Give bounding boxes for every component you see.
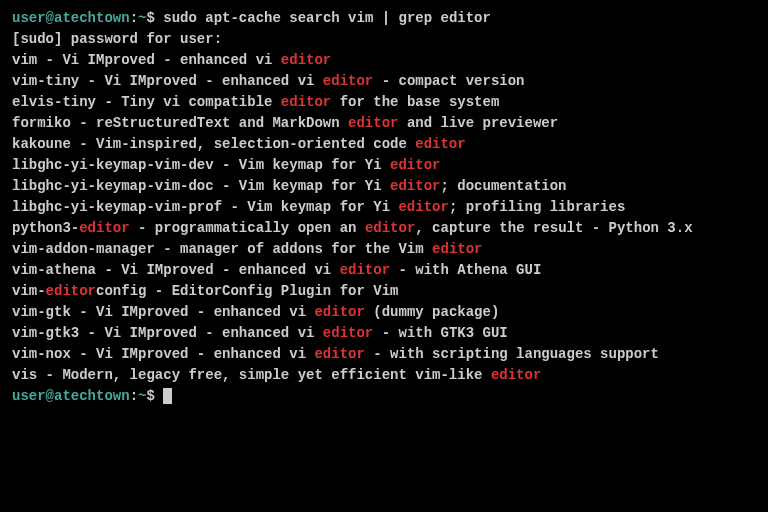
output-lines: vim - Vi IMproved - enhanced vi editorvi…	[12, 50, 756, 386]
prompt-user: user@atechtown	[12, 10, 130, 26]
prompt-user: user@atechtown	[12, 388, 130, 404]
cursor-icon	[163, 388, 172, 404]
output-line: vim-athena - Vi IMproved - enhanced vi e…	[12, 260, 756, 281]
prompt-sep: :	[130, 388, 138, 404]
output-line: vim - Vi IMproved - enhanced vi editor	[12, 50, 756, 71]
output-line: libghc-yi-keymap-vim-doc - Vim keymap fo…	[12, 176, 756, 197]
output-line: libghc-yi-keymap-vim-dev - Vim keymap fo…	[12, 155, 756, 176]
command-text: sudo apt-cache search vim | grep editor	[163, 10, 491, 26]
output-line: vim-gtk3 - Vi IMproved - enhanced vi edi…	[12, 323, 756, 344]
output-line: vim-addon-manager - manager of addons fo…	[12, 239, 756, 260]
prompt-dollar: $	[146, 388, 163, 404]
output-line: kakoune - Vim-inspired, selection-orient…	[12, 134, 756, 155]
command-line: user@atechtown:~$ sudo apt-cache search …	[12, 8, 756, 29]
output-line: vim-editorconfig - EditorConfig Plugin f…	[12, 281, 756, 302]
output-line: python3-editor - programmatically open a…	[12, 218, 756, 239]
prompt-dollar: $	[146, 10, 163, 26]
output-line: vim-tiny - Vi IMproved - enhanced vi edi…	[12, 71, 756, 92]
prompt-sep: :	[130, 10, 138, 26]
output-line: formiko - reStructuredText and MarkDown …	[12, 113, 756, 134]
output-line: libghc-yi-keymap-vim-prof - Vim keymap f…	[12, 197, 756, 218]
next-prompt-line[interactable]: user@atechtown:~$	[12, 386, 756, 407]
output-line: vim-nox - Vi IMproved - enhanced vi edit…	[12, 344, 756, 365]
sudo-prompt: [sudo] password for user:	[12, 29, 756, 50]
output-line: vis - Modern, legacy free, simple yet ef…	[12, 365, 756, 386]
output-line: vim-gtk - Vi IMproved - enhanced vi edit…	[12, 302, 756, 323]
output-line: elvis-tiny - Tiny vi compatible editor f…	[12, 92, 756, 113]
